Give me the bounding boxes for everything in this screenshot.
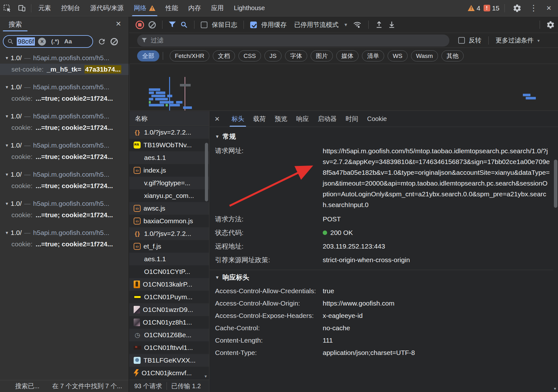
request-row[interactable]: TB19WObTNv... xyxy=(129,139,209,151)
search-result-file[interactable]: ▾ 1.0/ — h5api.m.goofish.com/h5... xyxy=(0,198,129,209)
details-tab[interactable]: 预览 xyxy=(270,111,292,127)
expand-caret-icon[interactable]: ▾ xyxy=(6,172,8,177)
filter-input[interactable]: 过滤 xyxy=(137,35,449,47)
request-row[interactable]: aes.1.1 xyxy=(129,151,209,164)
request-row[interactable]: 1.0/?jsv=2.7.2... xyxy=(129,227,209,240)
issues-badge[interactable]: 15 xyxy=(484,4,499,12)
devtools-tab[interactable]: 元素 xyxy=(33,0,56,16)
import-har-icon[interactable] xyxy=(375,21,383,29)
search-result-file[interactable]: ▾ 1.0/ — h5api.m.goofish.com/h5... xyxy=(0,227,129,238)
expand-caret-icon[interactable]: ▾ xyxy=(6,84,8,90)
details-scrollbar[interactable]: ▾ xyxy=(553,127,558,392)
search-network-icon[interactable] xyxy=(180,21,188,28)
record-network-log-button[interactable] xyxy=(136,21,144,29)
expand-caret-icon[interactable]: ▾ xyxy=(6,230,8,236)
preserve-log-checkbox[interactable] xyxy=(201,22,207,28)
devtools-tab[interactable]: 控制台 xyxy=(56,0,85,16)
request-type-chip[interactable]: 字体 xyxy=(285,50,307,61)
request-row[interactable]: O1CN01jkcmvf... xyxy=(129,367,209,379)
inspect-element-icon[interactable] xyxy=(0,2,15,15)
request-row[interactable]: O1CN01yz8h1... xyxy=(129,316,209,329)
request-row[interactable]: et_f.js xyxy=(129,240,209,253)
throttling-dropdown[interactable]: 已停用节流模式 ▼ xyxy=(294,21,348,29)
network-conditions-icon[interactable] xyxy=(352,21,362,29)
request-row[interactable]: O1CN01CYtP... xyxy=(129,265,209,278)
search-result-file[interactable]: ▾ 1.0/ — h5api.m.goofish.com/h5... xyxy=(0,111,129,122)
devtools-tab[interactable]: 源代码/来源 xyxy=(85,0,129,16)
search-match-line[interactable]: cookie: ...=true; cookie2=1f724... xyxy=(0,180,129,192)
devtools-tab[interactable]: 应用 xyxy=(206,0,229,16)
search-match-line[interactable]: set-cookie: _m_h5_tk= 47a31b74... xyxy=(0,64,129,75)
requests-scrollbar[interactable]: ▾ xyxy=(204,126,209,379)
details-tab[interactable]: Cookie xyxy=(363,111,391,127)
details-tab[interactable]: 标头 xyxy=(227,111,249,127)
request-row[interactable]: O1CN01fttvvl1... xyxy=(129,341,209,354)
request-type-chip[interactable]: WS xyxy=(388,50,408,61)
request-type-chip[interactable]: JS xyxy=(264,50,282,61)
details-tab[interactable]: 时间 xyxy=(341,111,363,127)
devtools-tab[interactable]: Lighthouse xyxy=(229,0,270,16)
match-case-toggle[interactable]: Aa xyxy=(64,38,72,45)
request-row[interactable]: O1CN013kalrP... xyxy=(129,278,209,291)
expand-caret-icon[interactable]: ▾ xyxy=(6,55,8,61)
expand-caret-icon[interactable]: ▾ xyxy=(6,113,8,119)
search-result-file[interactable]: ▾ 1.0/ — h5api.m.goofish.com/h5... xyxy=(0,169,129,180)
request-row[interactable]: v.gif?logtype=... xyxy=(129,177,209,189)
search-match-line[interactable]: cookie: ...=true; cookie2=1f724... xyxy=(0,93,129,104)
more-options-icon[interactable]: ⋮ xyxy=(528,3,540,13)
search-result-file[interactable]: ▾ 1.0/ — h5api.m.goofish.com/h5... xyxy=(0,81,129,93)
search-match-line[interactable]: cookie: ...=true; cookie2=1f724... xyxy=(0,209,129,221)
devtools-tab[interactable]: 内存 xyxy=(183,0,206,16)
request-type-chip[interactable]: 文档 xyxy=(213,50,235,61)
request-type-chip[interactable]: Fetch/XHR xyxy=(170,50,209,61)
settings-gear-icon[interactable] xyxy=(510,2,524,15)
details-tab[interactable]: 载荷 xyxy=(249,111,270,127)
console-warnings-badge[interactable]: 4 xyxy=(468,4,480,12)
request-type-chip[interactable]: 图片 xyxy=(311,50,333,61)
search-result-file[interactable]: ▾ 1.0/ — h5api.m.goofish.com/h5... xyxy=(0,52,129,64)
search-input[interactable]: 98c6f × (.*) Aa xyxy=(3,35,93,48)
general-section-header[interactable]: ▼ 常规 xyxy=(215,129,553,144)
close-details-icon[interactable]: × xyxy=(215,114,219,124)
scrollbar-thumb[interactable] xyxy=(554,160,557,208)
search-match-line[interactable]: cookie: ...=true; cookie2=1f724... xyxy=(0,122,129,133)
device-toolbar-icon[interactable] xyxy=(15,2,29,15)
invert-filter-checkbox[interactable] xyxy=(458,37,465,44)
close-devtools-icon[interactable]: × xyxy=(543,3,555,13)
search-match-line[interactable]: cookie: ...=true; cookie2=1f724... xyxy=(0,238,129,250)
request-type-chip[interactable]: 全部 xyxy=(137,50,159,61)
request-row[interactable]: TB1LFGeKVXX... xyxy=(129,354,209,367)
scroll-down-icon[interactable]: ▾ xyxy=(205,374,207,379)
clear-search-results-icon[interactable] xyxy=(111,38,118,45)
request-type-chip[interactable]: CSS xyxy=(238,50,261,61)
details-tab[interactable]: 响应 xyxy=(292,111,313,127)
export-har-icon[interactable] xyxy=(388,21,396,29)
search-query[interactable]: 98c6f xyxy=(17,37,35,46)
requests-name-column-header[interactable]: 名称 xyxy=(129,111,209,126)
request-type-chip[interactable]: 媒体 xyxy=(336,50,358,61)
more-filters-label[interactable]: 更多过滤条件 xyxy=(496,36,534,45)
request-row[interactable]: O1CN01wzrD9... xyxy=(129,303,209,316)
request-row[interactable]: baxiaCommon.js xyxy=(129,215,209,227)
request-row[interactable]: 1.0/?jsv=2.7.2... xyxy=(129,126,209,139)
devtools-tab[interactable]: 性能 xyxy=(161,0,183,16)
search-result-file[interactable]: ▾ 1.0/ — h5api.m.goofish.com/h5... xyxy=(0,140,129,151)
request-type-chip[interactable]: 其他 xyxy=(441,50,464,61)
devtools-tab[interactable]: 网络 xyxy=(129,0,161,16)
request-type-chip[interactable]: 清单 xyxy=(362,50,384,61)
close-search-panel-icon[interactable]: × xyxy=(116,19,121,29)
scroll-down-icon[interactable]: ▾ xyxy=(554,386,556,391)
network-overview-timeline[interactable]: 5,000 ms 10,000 ms 15,000 ms 20,000 ms 2… xyxy=(129,64,558,111)
network-settings-gear-icon[interactable] xyxy=(546,21,555,29)
clear-network-log-button[interactable] xyxy=(149,21,156,28)
details-tab[interactable]: 启动器 xyxy=(313,111,341,127)
request-row[interactable]: awsc.js xyxy=(129,202,209,215)
disable-cache-checkbox[interactable] xyxy=(250,22,257,28)
request-row[interactable]: index.js xyxy=(129,164,209,177)
refresh-search-icon[interactable] xyxy=(98,37,106,46)
search-match-line[interactable]: cookie: ...=true; cookie2=1f724... xyxy=(0,151,129,162)
request-row[interactable]: xianyu.pc_com... xyxy=(129,189,209,202)
request-type-chip[interactable]: Wasm xyxy=(411,50,438,61)
request-row[interactable]: aes.1.1 xyxy=(129,253,209,265)
regex-toggle[interactable]: (.*) xyxy=(51,38,59,45)
